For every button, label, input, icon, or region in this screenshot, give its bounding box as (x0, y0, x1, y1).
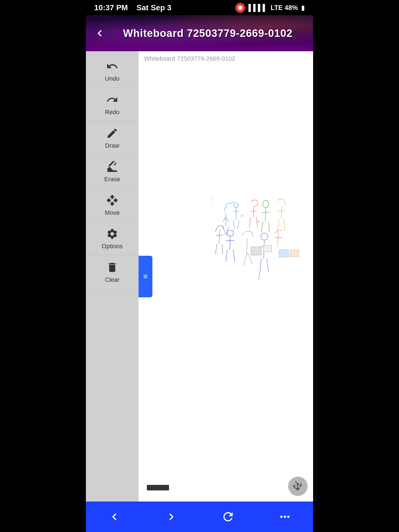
redo-icon (105, 93, 119, 107)
svg-point-10 (241, 215, 243, 216)
canvas-drawing (139, 51, 313, 502)
status-time: 10:37 PM Sat Sep 3 (94, 3, 172, 12)
header: Whiteboard 72503779-2669-0102 (86, 15, 313, 51)
undo-label: Undo (105, 75, 120, 82)
clear-icon (105, 260, 119, 275)
status-right: ▌▌▌▌ LTE 48% ▮ (235, 3, 305, 13)
side-panel-toggle[interactable]: ≡ (139, 256, 152, 297)
back-button[interactable] (91, 25, 108, 42)
svg-point-2 (263, 200, 268, 208)
options-button[interactable]: Options (86, 222, 139, 255)
browser-more-button[interactable] (274, 506, 296, 528)
status-bar: 10:37 PM Sat Sep 3 ▌▌▌▌ LTE 48% ▮ (86, 0, 313, 15)
svg-rect-0 (107, 171, 117, 172)
move-icon (105, 193, 119, 208)
svg-rect-3 (227, 231, 233, 236)
canvas-area[interactable]: Whiteboard 72503779-2669-0102 (139, 51, 313, 502)
menu-icon: ≡ (143, 273, 148, 280)
svg-point-1 (234, 203, 239, 208)
resize-handle[interactable] (288, 477, 308, 496)
erase-label: Erase (104, 176, 120, 183)
svg-rect-5 (251, 247, 261, 255)
svg-point-4 (261, 233, 268, 240)
svg-rect-8 (290, 250, 299, 257)
options-label: Options (102, 243, 123, 250)
svg-rect-6 (264, 245, 272, 252)
main-content: Undo Redo Draw Erase (86, 51, 313, 502)
browser-refresh-button[interactable] (217, 506, 239, 528)
phone-frame: 10:37 PM Sat Sep 3 ▌▌▌▌ LTE 48% ▮ Whiteb… (86, 0, 313, 532)
svg-rect-7 (279, 250, 288, 257)
mini-map (147, 485, 169, 490)
clear-button[interactable]: Clear (86, 255, 139, 289)
erase-button[interactable]: Erase (86, 155, 139, 188)
move-label: Move (105, 209, 120, 216)
undo-button[interactable]: Undo (86, 54, 139, 88)
move-button[interactable]: Move (86, 188, 139, 222)
draw-label: Draw (105, 142, 119, 149)
toolbar: Undo Redo Draw Erase (86, 51, 139, 502)
draw-button[interactable]: Draw (86, 121, 139, 155)
erase-icon (105, 160, 119, 174)
redo-button[interactable]: Redo (86, 88, 139, 121)
options-icon (105, 227, 119, 241)
battery-icon: ▮ (301, 4, 305, 12)
draw-icon (105, 126, 119, 140)
bottom-bar (86, 502, 313, 532)
undo-icon (105, 59, 119, 73)
signal-icon: ▌▌▌▌ (249, 4, 267, 12)
browser-forward-button[interactable] (160, 506, 182, 528)
page-title: Whiteboard 72503779-2669-0102 (108, 27, 308, 39)
record-indicator (235, 3, 245, 13)
svg-point-9 (257, 221, 259, 222)
browser-back-button[interactable] (103, 506, 126, 528)
clear-label: Clear (105, 276, 120, 283)
redo-label: Redo (105, 109, 120, 116)
lte-label: LTE 48% (271, 4, 298, 12)
